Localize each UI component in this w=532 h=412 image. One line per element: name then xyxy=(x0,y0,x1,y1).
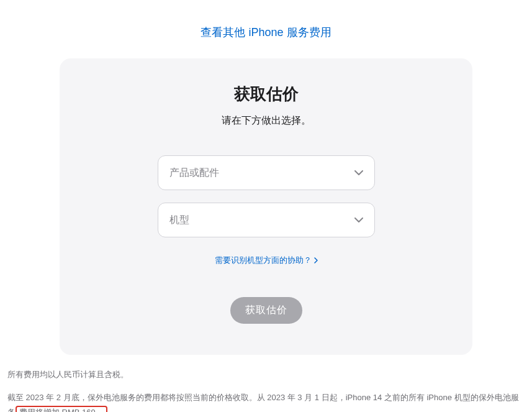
card-title: 获取估价 xyxy=(84,83,448,105)
card-subtitle: 请在下方做出选择。 xyxy=(84,114,448,127)
chevron-down-icon xyxy=(354,170,363,175)
help-link-text: 需要识别机型方面的协助？ xyxy=(215,255,312,266)
footer-disclaimer: 所有费用均以人民币计算且含税。 截至 2023 年 2 月底，保外电池服务的费用… xyxy=(0,355,532,412)
other-services-link[interactable]: 查看其他 iPhone 服务费用 xyxy=(201,26,331,39)
model-select-placeholder: 机型 xyxy=(169,214,189,227)
product-select-placeholder: 产品或配件 xyxy=(169,167,219,180)
product-select[interactable]: 产品或配件 xyxy=(158,155,375,190)
chevron-right-icon xyxy=(314,257,318,263)
footer-line-1: 所有费用均以人民币计算且含税。 xyxy=(7,367,525,382)
identify-model-help-link[interactable]: 需要识别机型方面的协助？ xyxy=(215,255,318,266)
price-increase-highlight: 费用将增加 RMB 169。 xyxy=(16,406,107,412)
estimate-card: 获取估价 请在下方做出选择。 产品或配件 机型 需要识别机型方面的协助？ xyxy=(60,58,472,355)
footer-line-2: 截至 2023 年 2 月底，保外电池服务的费用都将按照当前的价格收取。从 20… xyxy=(7,390,525,412)
get-estimate-button[interactable]: 获取估价 xyxy=(230,297,302,324)
model-select[interactable]: 机型 xyxy=(158,203,375,237)
chevron-down-icon xyxy=(354,217,363,222)
